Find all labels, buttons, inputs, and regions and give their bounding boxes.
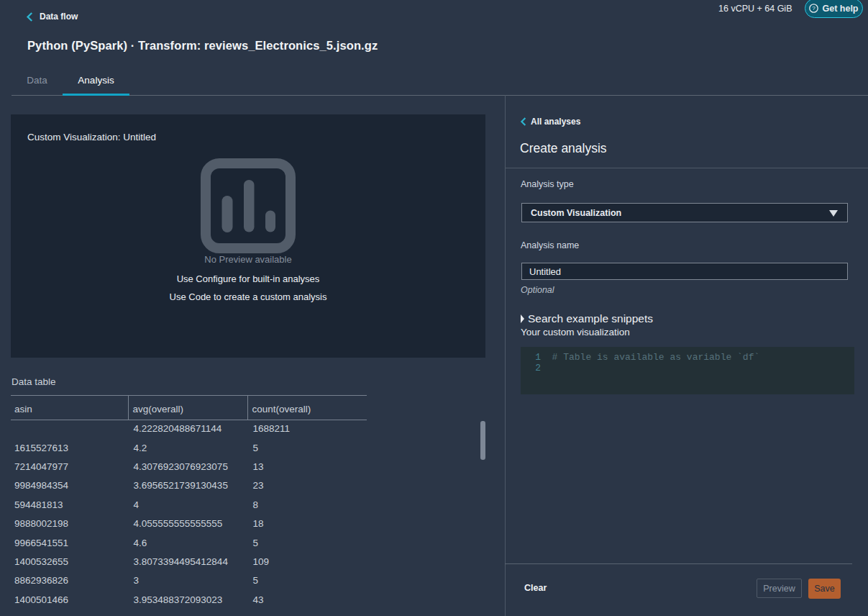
- svg-text:?: ?: [813, 5, 816, 12]
